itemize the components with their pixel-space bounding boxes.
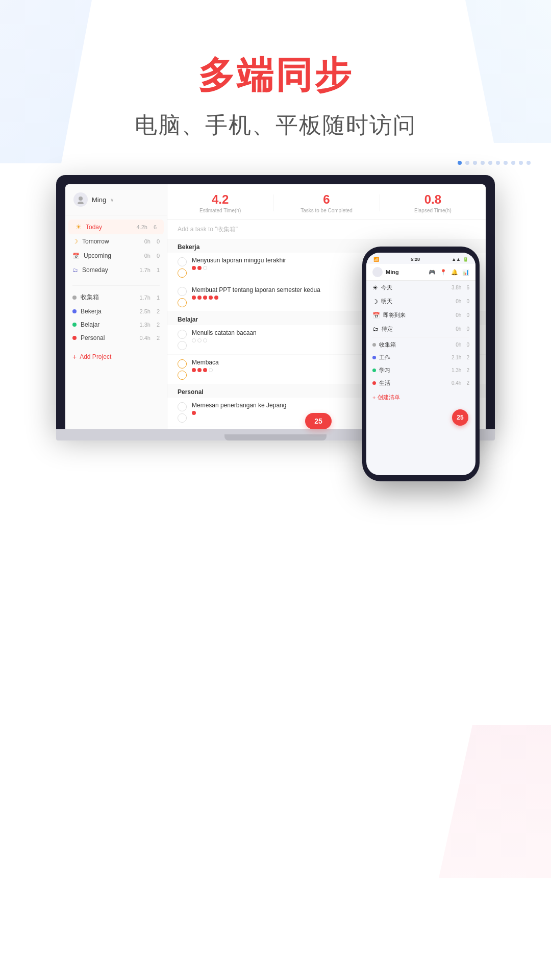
task-checkbox-group-5 — [178, 402, 187, 423]
sidebar-someday-time: 1.7h — [139, 267, 150, 273]
star-2-2 — [197, 296, 202, 300]
phone-fab[interactable]: 25 — [452, 409, 468, 426]
phone-menu-upcoming[interactable]: 📅 即将到来 0h 0 — [366, 308, 475, 322]
phone-header: Ming 🎮 📍 🔔 📊 — [366, 264, 475, 281]
phone-inbox-count: 0 — [466, 342, 469, 348]
add-project-button[interactable]: + Add Project — [65, 349, 167, 365]
sidebar-project-bekerja[interactable]: Bekerja 2.5h 2 — [65, 305, 167, 318]
bell-header-icon[interactable]: 🔔 — [451, 269, 458, 276]
sidebar-item-today[interactable]: ☀ Today 4.2h 6 — [68, 219, 164, 234]
phone-someday-count: 0 — [466, 326, 469, 332]
phone-life-time: 0.4h — [452, 380, 461, 386]
phone-fab-label: 25 — [457, 414, 463, 421]
phone-inbox-time: 0h — [456, 342, 461, 348]
dot-4[interactable] — [481, 161, 485, 165]
phone-inbox-dot — [372, 343, 376, 347]
phone-study-label: 学习 — [379, 366, 448, 374]
dot-2[interactable] — [465, 161, 469, 165]
star-4-2 — [197, 368, 202, 372]
estimated-time-label: Estimated Time(h) — [178, 208, 263, 213]
dot-8[interactable] — [511, 161, 515, 165]
task-checkbox-outer-4[interactable] — [178, 359, 187, 369]
phone-menu-today[interactable]: ☀ 今天 3.8h 6 — [366, 281, 475, 295]
task-checkbox-inner-2[interactable] — [178, 298, 187, 307]
phone-fab-area: 25 — [366, 405, 475, 431]
star-1-3 — [203, 266, 207, 270]
star-4-4 — [209, 368, 213, 372]
sidebar-project-personal[interactable]: Personal 0.4h 2 — [65, 331, 167, 345]
devices-section: Ming ∨ ☀ Today 4.2h 6 ☽ — [0, 175, 551, 440]
laptop-fab[interactable]: 25 — [305, 413, 332, 429]
sidebar-item-someday[interactable]: 🗂 Someday 1.7h 1 — [65, 263, 167, 277]
sidebar-item-tomorrow[interactable]: ☽ Tomorrow 0h 0 — [65, 234, 167, 249]
phone-project-study[interactable]: 学习 1.3h 2 — [366, 364, 475, 377]
sidebar-menu: ☀ Today 4.2h 6 ☽ Tomorrow 0h 0 — [65, 215, 167, 281]
phone-menu-someday[interactable]: 🗂 待定 0h 0 — [366, 322, 475, 336]
upcoming-icon: 📅 — [72, 253, 80, 259]
star-2-4 — [209, 296, 213, 300]
phone-project-inbox[interactable]: 收集箱 0h 0 — [366, 338, 475, 351]
task-checkbox-inner-5[interactable] — [178, 413, 187, 423]
dot-9[interactable] — [519, 161, 523, 165]
sidebar-project-belajar[interactable]: Belajar 1.3h 2 — [65, 318, 167, 331]
phone-study-time: 1.3h — [452, 368, 461, 373]
dot-3[interactable] — [473, 161, 477, 165]
phone-add-project-button[interactable]: + 创建清单 — [366, 389, 475, 405]
laptop-mockup: Ming ∨ ☀ Today 4.2h 6 ☽ — [56, 175, 495, 440]
gamepad-icon[interactable]: 🎮 — [429, 269, 436, 276]
phone-study-dot — [372, 369, 376, 372]
phone-project-work[interactable]: 工作 2.1h 2 — [366, 351, 475, 364]
sidebar-project-inbox[interactable]: 收集箱 1.7h 1 — [65, 290, 167, 305]
task-checkbox-outer-3[interactable] — [178, 330, 187, 339]
bekerja-time: 2.5h — [139, 308, 150, 314]
stats-bar: 4.2 Estimated Time(h) 6 Tasks to be Comp… — [167, 184, 486, 220]
phone-today-count: 6 — [466, 285, 469, 290]
task-checkbox-inner-1[interactable] — [178, 268, 187, 278]
sidebar-item-upcoming[interactable]: 📅 Upcoming 0h 0 — [65, 249, 167, 263]
inbox-count: 1 — [157, 295, 160, 301]
phone-project-life[interactable]: 生活 0.4h 2 — [366, 377, 475, 389]
phone-work-label: 工作 — [379, 354, 448, 361]
belajar-count: 2 — [157, 322, 160, 328]
dot-7[interactable] — [504, 161, 508, 165]
bekerja-count: 2 — [157, 308, 160, 314]
personal-dot — [72, 336, 77, 340]
main-title: 多端同步 — [0, 51, 551, 100]
estimated-time-value: 4.2 — [178, 192, 263, 207]
phone-life-dot — [372, 381, 376, 385]
phone-today-label: 今天 — [381, 284, 448, 291]
phone-someday-label: 待定 — [382, 325, 453, 333]
dot-10[interactable] — [527, 161, 531, 165]
add-task-bar[interactable]: Add a task to "收集箱" — [167, 220, 486, 239]
phone-life-label: 生活 — [379, 379, 448, 387]
star-4-1 — [192, 368, 196, 372]
chart-icon[interactable]: 📊 — [462, 269, 469, 276]
sidebar-upcoming-count: 0 — [157, 253, 160, 259]
task-checkbox-outer-2[interactable] — [178, 287, 187, 296]
task-checkbox-outer-5[interactable] — [178, 402, 187, 411]
task-checkbox-inner-4[interactable] — [178, 371, 187, 380]
location-icon[interactable]: 📍 — [440, 269, 447, 276]
task-checkbox-inner-3[interactable] — [178, 341, 187, 350]
user-avatar — [73, 192, 88, 207]
bg-decoration-bottom-right — [439, 725, 551, 878]
phone-menu-tomorrow[interactable]: ☽ 明天 0h 0 — [366, 295, 475, 308]
wifi-status-icon: ▲▲ — [452, 257, 461, 262]
sidebar-user-chevron: ∨ — [110, 197, 114, 203]
personal-label: Personal — [81, 334, 135, 341]
phone-inbox-label: 收集箱 — [379, 341, 453, 349]
dot-1[interactable] — [458, 161, 462, 165]
sidebar-user[interactable]: Ming ∨ — [65, 192, 167, 215]
phone-upcoming-time: 0h — [456, 312, 461, 318]
sidebar-tomorrow-count: 0 — [157, 238, 160, 244]
dot-6[interactable] — [496, 161, 500, 165]
phone-someday-icon: 🗂 — [372, 326, 379, 333]
sidebar-upcoming-label: Upcoming — [84, 252, 140, 259]
star-2-1 — [192, 296, 196, 300]
belajar-label: Belajar — [81, 321, 135, 328]
phone-tomorrow-time: 0h — [456, 299, 461, 304]
dot-5[interactable] — [488, 161, 492, 165]
star-3-3 — [203, 338, 207, 342]
task-checkbox-group-2 — [178, 286, 187, 307]
task-checkbox-outer-1[interactable] — [178, 257, 187, 266]
